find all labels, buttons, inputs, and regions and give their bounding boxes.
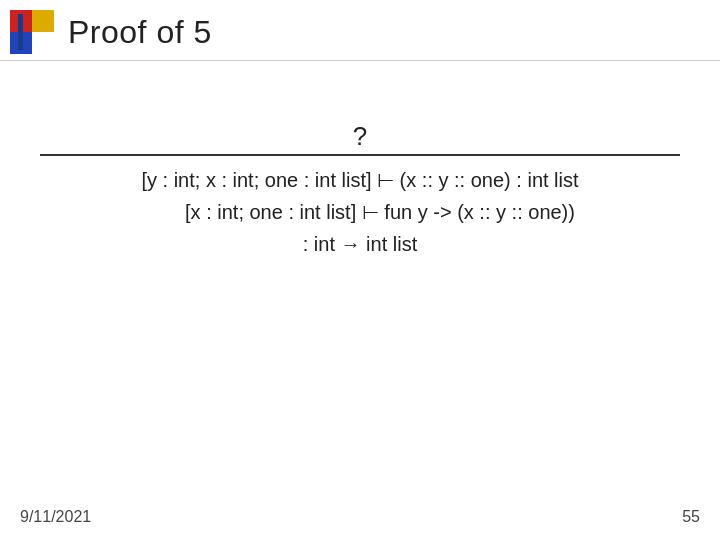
question-mark: ? — [353, 121, 367, 152]
svg-rect-4 — [18, 14, 23, 50]
footer-date: 9/11/2021 — [20, 508, 91, 526]
header: Proof of 5 — [0, 0, 720, 61]
proof-line-3: : int → int list — [40, 228, 680, 260]
footer-page: 55 — [682, 508, 700, 526]
divider-line — [40, 154, 680, 156]
footer: 9/11/2021 55 — [20, 508, 700, 526]
logo-icon — [10, 10, 54, 54]
proof-block: ? [y : int; x : int; one : int list] ⊢ (… — [40, 121, 680, 260]
main-content: ? [y : int; x : int; one : int list] ⊢ (… — [0, 101, 720, 280]
proof-line-1: [y : int; x : int; one : int list] ⊢ (x … — [40, 164, 680, 196]
page-title: Proof of 5 — [68, 14, 212, 51]
question-mark-row: ? — [353, 121, 367, 152]
proof-line-2: [x : int; one : int list] ⊢ fun y -> (x … — [40, 196, 680, 228]
svg-rect-3 — [32, 32, 54, 54]
svg-rect-2 — [32, 10, 54, 32]
